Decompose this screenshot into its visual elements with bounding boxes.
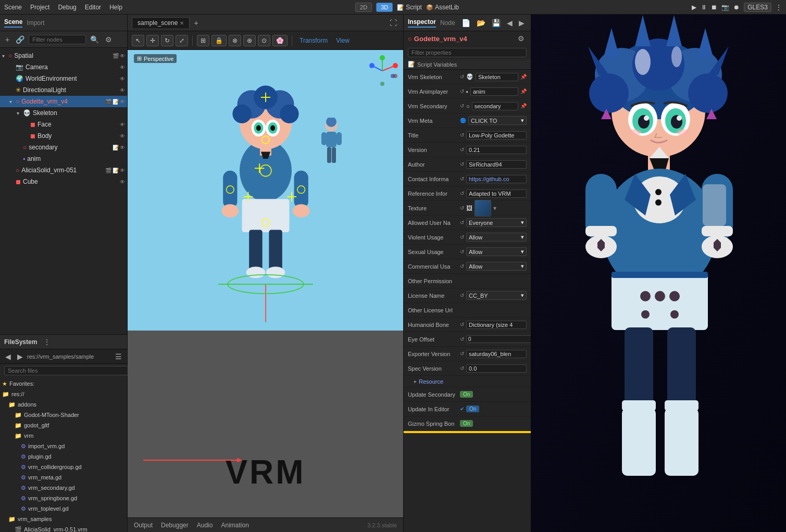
scale-mode-button[interactable]: ⤢ (176, 35, 188, 46)
fullscreen-button[interactable]: ⛶ (388, 18, 399, 28)
node-settings-button[interactable]: ⚙ (516, 33, 527, 44)
link-node-button[interactable]: 🔗 (14, 34, 27, 45)
scene-node-secondary[interactable]: ○secondary📝👁 (0, 142, 127, 153)
tab-import[interactable]: Import (27, 19, 44, 27)
fs-options-button[interactable]: ⋮ (41, 337, 53, 347)
scene-node-worldenv[interactable]: 🌍WorldEnvironment👁 (0, 73, 127, 84)
inspector-file-button[interactable]: 📄 (459, 18, 472, 28)
reset-icon-vrm_animplayer[interactable]: ↺ (460, 88, 464, 94)
toggle-update_secondary[interactable]: On (460, 391, 473, 398)
tab-node[interactable]: Node (440, 19, 455, 27)
more-button[interactable]: ⋮ (776, 4, 782, 11)
ref-value-vrm_animplayer[interactable]: anim (470, 87, 518, 96)
close-tab-icon[interactable]: ✕ (180, 20, 184, 26)
prop-value-text-version[interactable]: 0.21 (466, 146, 527, 154)
dropdown-violent_usage[interactable]: Allow▾ (466, 233, 527, 242)
menu-editor[interactable]: Editor (85, 4, 101, 11)
scene-node-camera[interactable]: 📷Camera👁 (0, 61, 127, 73)
reset-icon-eye_offset[interactable]: ↺ (460, 336, 464, 342)
filter-properties-input[interactable] (408, 48, 527, 57)
fs-item-addons[interactable]: 📁addons (0, 399, 127, 410)
viewport-tab-sample-scene[interactable]: sample_scene ✕ (132, 17, 190, 28)
scene-node-cube[interactable]: ◼Cube👁 (0, 176, 127, 187)
reset-icon-texture[interactable]: ↺ (460, 205, 464, 211)
camera-button[interactable]: 📷 (721, 4, 729, 11)
local-button[interactable]: ⊙ (258, 35, 270, 46)
pin-icon-vrm_animplayer[interactable]: 📌 (520, 88, 527, 94)
reset-icon-vrm_secondary[interactable]: ↺ (460, 103, 464, 109)
viewport-3d[interactable]: ⊞ Perspective (128, 50, 403, 517)
prop-value-text-contact_info[interactable]: https://github.co (466, 175, 527, 183)
view-button[interactable]: View (333, 36, 353, 45)
btn-2d[interactable]: 2D (355, 3, 372, 12)
fs-item-vrm_collidergroup[interactable]: ⚙vrm_collidergroup.gd (0, 462, 127, 472)
filter-nodes-input[interactable] (29, 35, 86, 44)
debugger-tab[interactable]: Debugger (161, 522, 189, 529)
scene-node-godette[interactable]: ▾○Godette_vrm_v4🎬📝👁 (0, 96, 127, 107)
menu-debug[interactable]: Debug (58, 4, 76, 11)
animation-tab[interactable]: Animation (221, 522, 248, 529)
fs-item-plugin[interactable]: ⚙plugin.gd (0, 451, 127, 462)
fs-item-vrm_toplevel[interactable]: ⚙vrm_toplevel.gd (0, 503, 127, 514)
fs-item-vrm_samples[interactable]: 📁vrm_samples (0, 514, 127, 524)
ref-value-vrm_skeleton[interactable]: Skeleton (476, 73, 518, 81)
reset-icon-exporter_version[interactable]: ↺ (460, 351, 464, 357)
resource-group-resource[interactable]: ▸Resource (404, 376, 531, 387)
menu-help[interactable]: Help (109, 4, 122, 11)
ref-value-vrm_secondary[interactable]: secondary (472, 102, 518, 110)
scene-node-body[interactable]: ◼Body👁 (0, 130, 127, 142)
scene-options-button[interactable]: ⚙ (103, 34, 114, 45)
fs-item-vrm_meta[interactable]: ⚙vrm_meta.gd (0, 472, 127, 483)
reset-icon-humanoid_bone[interactable]: ↺ (460, 322, 464, 327)
select-mode-button[interactable]: ↖ (132, 35, 144, 46)
fs-item-res[interactable]: 📁res:// (0, 389, 127, 399)
search-button[interactable]: 🔍 (88, 34, 101, 45)
add-node-button[interactable]: + (3, 34, 11, 45)
add-tab-button[interactable]: + (192, 18, 200, 28)
prop-value-text-exporter_version[interactable]: saturday06_blen (466, 350, 527, 358)
reset-icon-vrm_skeleton[interactable]: ↺ (460, 74, 464, 80)
reset-icon-license_name[interactable]: ↺ (460, 293, 464, 298)
scene-node-face[interactable]: ◼Face👁 (0, 119, 127, 130)
prop-value-text-title[interactable]: Low-Poly Godette (466, 131, 527, 140)
scene-node-dirlight[interactable]: ✳DirectionalLight👁 (0, 84, 127, 96)
reset-icon-reference_info[interactable]: ↺ (460, 191, 464, 196)
scene-node-aliciasolid[interactable]: ○AliciaSolid_vrm-051🎬📝👁 (0, 164, 127, 176)
record-button[interactable]: ⏺ (733, 4, 740, 11)
prop-value-text-spec_version[interactable]: 0.0 (466, 364, 527, 373)
toggle-check-update_in_editor[interactable]: On (466, 406, 479, 412)
fs-item-godot_mtoon[interactable]: 📁Godot-MToon-Shader (0, 410, 127, 420)
texture-thumb-texture[interactable] (475, 200, 491, 217)
reset-icon-commercial_usa[interactable]: ↺ (460, 263, 464, 269)
soft-select-button[interactable]: 🌸 (272, 35, 288, 46)
move-mode-button[interactable]: ✛ (146, 35, 159, 46)
inspector-forward-button[interactable]: ▶ (517, 18, 527, 28)
play-button[interactable]: ▶ (692, 4, 696, 11)
reset-icon-violent_usage[interactable]: ↺ (460, 234, 464, 240)
reset-icon-update_in_editor[interactable]: ✔ (460, 406, 464, 412)
toggle-gizmo_spring_bon1[interactable]: On (460, 420, 473, 427)
pin-icon-vrm_secondary[interactable]: 📌 (520, 103, 527, 109)
fs-item-import_vrm[interactable]: ⚙import_vrm.gd (0, 441, 127, 451)
fs-item-vrm_springbone[interactable]: ⚙vrm_springbone.gd (0, 493, 127, 503)
dropdown-sexual_usage[interactable]: Allow▾ (466, 247, 527, 256)
snap-button[interactable]: ⊞ (197, 35, 209, 46)
prop-value-text-humanoid_bone[interactable]: Dictionary (size 4 (466, 321, 527, 329)
filesystem-search[interactable] (4, 366, 131, 375)
scene-node-spatial[interactable]: ▾○Spatial🎬👁 (0, 50, 127, 61)
menu-project[interactable]: Project (30, 4, 49, 11)
reset-icon-version[interactable]: ↺ (460, 147, 464, 153)
texture-dropdown-texture[interactable]: ▾ (493, 205, 496, 212)
scene-node-skeleton[interactable]: ▾💀Skeleton (0, 107, 127, 119)
lock-button[interactable]: 🔒 (211, 35, 227, 46)
reset-icon-sexual_usage[interactable]: ↺ (460, 249, 464, 255)
scene-node-anim[interactable]: ▪anim (0, 153, 127, 164)
output-tab[interactable]: Output (134, 522, 153, 529)
dropdown-license_name[interactable]: CC_BY▾ (466, 291, 527, 300)
reset-icon-title[interactable]: ↺ (460, 132, 464, 138)
stop-button[interactable]: ⏹ (711, 4, 717, 11)
x-input-eye_offset[interactable] (466, 335, 531, 343)
reset-icon-vrm_meta[interactable]: 🔵 (460, 118, 466, 123)
fs-item-alicia_vrm[interactable]: 🎬AliciaSolid_vrm-0.51.vrm (0, 524, 127, 532)
rotate-mode-button[interactable]: ↻ (161, 35, 173, 46)
